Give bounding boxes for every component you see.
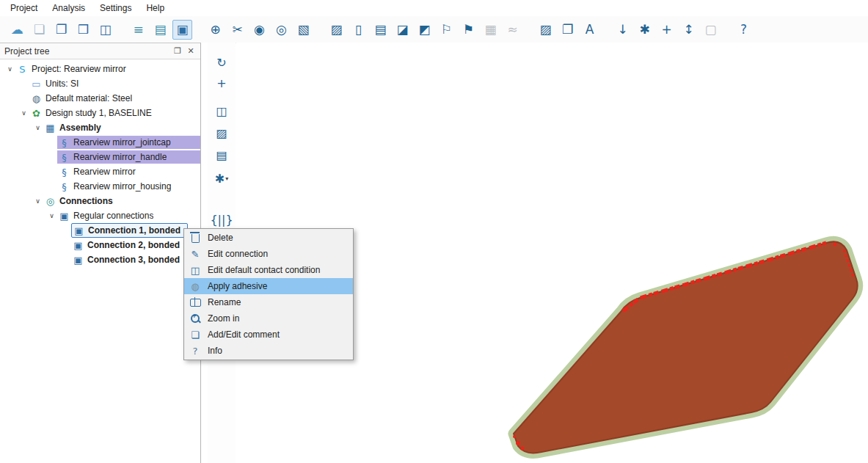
- mesh-mixed-icon[interactable]: ▤: [371, 20, 390, 40]
- tree-item-label: Connection 2, bonded: [87, 240, 180, 250]
- info-icon: ?: [189, 346, 201, 356]
- tree-item-label: Design study 1, BASELINE: [45, 108, 152, 118]
- tree-item-rearview-mirror-jointcap[interactable]: §Rearview mirror_jointcap: [57, 136, 200, 149]
- help-icon[interactable]: ?: [734, 20, 754, 40]
- striped-select-icon[interactable]: ▨: [536, 20, 555, 40]
- mask-view-icon[interactable]: ◫: [212, 101, 231, 120]
- tree-item-rearview-mirror[interactable]: §Rearview mirror: [57, 165, 200, 178]
- toolbar-group-view-tools: ⊕✂◉◎▧: [205, 20, 313, 40]
- fit-resize-icon: ▢: [701, 20, 721, 40]
- add-section-icon[interactable]: +: [212, 73, 231, 92]
- tree-item-units-si[interactable]: ▭Units: SI: [29, 77, 200, 90]
- model-body: [514, 241, 858, 453]
- flag-mesh-alt-icon[interactable]: ⚑: [459, 20, 478, 40]
- tree-item-rearview-mirror-handle[interactable]: §Rearview mirror_handle: [57, 150, 200, 164]
- copy-stack-icon[interactable]: ❐: [558, 20, 577, 40]
- cloud-icon[interactable]: ☁: [7, 20, 27, 40]
- chevron-expanded-icon[interactable]: ∨: [32, 124, 43, 131]
- menu-settings[interactable]: Settings: [92, 1, 139, 15]
- menu-item-info[interactable]: ?Info: [184, 343, 353, 359]
- float-panel-icon[interactable]: ❐: [171, 45, 184, 57]
- tree-item-project-rearview-mirror[interactable]: SProject: Rearview mirror: [15, 62, 200, 76]
- tree-item-default-material-steel[interactable]: ◍Default material: Steel: [29, 92, 200, 105]
- main-toolbar: ☁❏❐❒◫≡▤▣⊕✂◉◎▧▨▯▤◪◩⚐⚑▦≈▨❐A↓✱+↕▢?: [0, 16, 868, 43]
- visibility-settings-icon[interactable]: ◎: [271, 20, 291, 40]
- regular-connections-icon: ▣: [59, 211, 70, 221]
- hatch-diagonal-icon[interactable]: ▨: [212, 123, 231, 142]
- open-folder-icon[interactable]: ❒: [73, 20, 93, 40]
- project-tree-panel: Project tree ❐ ✕ ∨SProject: Rearview mir…: [0, 43, 201, 463]
- measure-cut-icon[interactable]: ✂: [227, 20, 247, 40]
- tree-item-connection-2-bonded[interactable]: ▣Connection 2, bonded: [71, 238, 200, 252]
- list-view-icon[interactable]: ≡: [128, 20, 148, 40]
- menu-item-zoom-in[interactable]: Zoom in: [184, 310, 353, 327]
- menu-project[interactable]: Project: [3, 1, 45, 15]
- menu-item-edit-default-contact-condition[interactable]: ◫Edit default contact condition: [184, 262, 353, 278]
- chevron-expanded-icon[interactable]: ∨: [4, 65, 15, 73]
- tree-item-label: Connection 3, bonded: [87, 255, 180, 265]
- menu-item-label: Zoom in: [208, 313, 239, 324]
- tree-row-units-si: ▭Units: SI: [0, 76, 200, 91]
- tree-item-label: Default material: Steel: [45, 93, 132, 103]
- tree-item-label: Connections: [59, 196, 113, 206]
- tree-item-label: Rearview mirror_housing: [73, 181, 171, 192]
- chevron-expanded-icon[interactable]: ∨: [32, 197, 43, 205]
- mesh-boxed-icon[interactable]: ◪: [393, 20, 412, 40]
- menu-analysis[interactable]: Analysis: [45, 1, 92, 15]
- tree-item-connection-3-bonded[interactable]: ▣Connection 3, bonded: [71, 253, 200, 266]
- tree-row-rearview-mirror-jointcap: §Rearview mirror_jointcap: [0, 135, 200, 150]
- visibility-icon[interactable]: ◉: [249, 20, 269, 40]
- compass-icon[interactable]: A: [580, 20, 599, 40]
- spray-paint-icon[interactable]: ✱: [635, 20, 654, 40]
- menu-item-label: Info: [208, 346, 222, 356]
- tree-item-label: Regular connections: [73, 211, 153, 221]
- mesh-corner-icon[interactable]: ◩: [415, 20, 434, 40]
- flag-mesh-icon[interactable]: ⚐: [437, 20, 456, 40]
- toolbar-group-result-tools: ↓✱+↕▢: [613, 20, 721, 40]
- chevron-down-icon[interactable]: ▾: [225, 175, 228, 182]
- toolbar-group-panels: ≡▤▣: [128, 20, 192, 40]
- spray-options-icon[interactable]: ✱▾: [212, 169, 231, 188]
- menu-item-apply-adhesive[interactable]: ◍Apply adhesive: [184, 278, 353, 294]
- layers-icon[interactable]: ▧: [293, 20, 313, 40]
- tree-item-label: Rearview mirror_handle: [73, 152, 167, 162]
- menu-item-rename[interactable]: Rename: [184, 294, 353, 310]
- new-document-icon[interactable]: ❏: [29, 20, 49, 40]
- hatch-horizontal-icon[interactable]: ▤: [212, 145, 231, 164]
- chevron-expanded-icon[interactable]: ∨: [46, 212, 57, 219]
- menu-item-add-edit-comment[interactable]: ❏Add/Edit comment: [184, 327, 353, 343]
- spring-connector-icon[interactable]: {||}: [212, 210, 231, 229]
- tree-row-design-study-1-baseline: ∨✿Design study 1, BASELINE: [0, 106, 200, 120]
- tree-item-assembly[interactable]: ▦Assembly: [43, 121, 200, 134]
- chevron-expanded-icon[interactable]: ∨: [18, 109, 29, 117]
- pattern-move-icon[interactable]: +: [657, 20, 676, 40]
- menu-item-label: Add/Edit comment: [208, 329, 280, 340]
- monitor-view-icon[interactable]: ▣: [172, 20, 192, 40]
- import-arrow-icon[interactable]: ↓: [613, 20, 632, 40]
- tree-item-design-study-1-baseline[interactable]: ✿Design study 1, BASELINE: [29, 106, 200, 120]
- tree-item-regular-connections[interactable]: ▣Regular connections: [57, 209, 200, 222]
- open-project-icon[interactable]: ❐: [51, 20, 71, 40]
- menu-item-edit-connection[interactable]: ✎Edit connection: [184, 246, 353, 262]
- menu-help[interactable]: Help: [139, 1, 172, 15]
- simsolid-logo-icon: S: [17, 65, 28, 74]
- mesh-striped-icon[interactable]: ▨: [327, 20, 346, 40]
- menu-item-label: Apply adhesive: [208, 281, 267, 291]
- zoom-select-icon[interactable]: ⊕: [205, 20, 225, 40]
- menu-item-delete[interactable]: Delete: [184, 230, 353, 246]
- connection-context-menu: Delete✎Edit connection◫Edit default cont…: [183, 228, 354, 360]
- tree-item-rearview-mirror-housing[interactable]: §Rearview mirror_housing: [57, 180, 200, 193]
- save-icon[interactable]: ◫: [95, 20, 115, 40]
- toolbar-group-selection-mesh: ▨▯▤◪◩⚐⚑▦≈: [327, 20, 522, 40]
- panel-layout-icon[interactable]: ▤: [150, 20, 170, 40]
- mesh-bar-icon[interactable]: ▯: [349, 20, 368, 40]
- tree-item-label: Units: SI: [45, 79, 79, 89]
- refresh-section-icon[interactable]: ↻: [212, 53, 231, 72]
- tree-row-rearview-mirror-housing: §Rearview mirror_housing: [0, 179, 200, 194]
- tree-item-connection-1-bonded[interactable]: ▣Connection 1, bonded: [71, 223, 188, 238]
- tree-item-label: Project: Rearview mirror: [32, 64, 126, 74]
- connection-icon: ▣: [73, 226, 84, 236]
- close-panel-icon[interactable]: ✕: [184, 45, 197, 57]
- thermometer-icon[interactable]: ↕: [679, 20, 699, 40]
- tree-item-connections[interactable]: ◎Connections: [43, 194, 200, 208]
